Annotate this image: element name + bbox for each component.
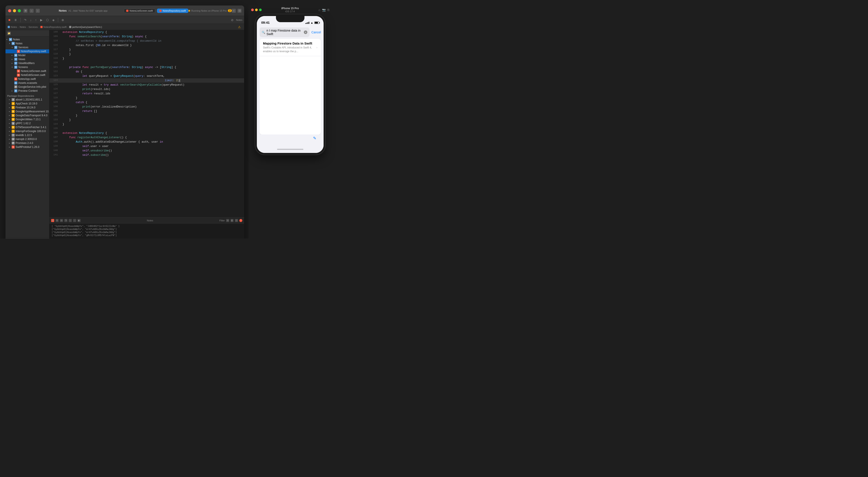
battery-icon bbox=[314, 22, 319, 24]
console-badge[interactable]: ! bbox=[239, 219, 242, 222]
bc-icon-notes bbox=[8, 26, 10, 28]
sim-toolbar: iPhone 15 Pro iOS 17.4 ⌂ 📷 ⎘ bbox=[248, 5, 332, 14]
inspector-icon[interactable]: ⊡ bbox=[238, 9, 242, 13]
pkg-item-swiftprotobuf[interactable]: ▸ S SwiftProtobuf 1.26.0 bbox=[5, 145, 49, 149]
console-pause[interactable]: ⏸ bbox=[56, 219, 59, 222]
pkg-icon: F bbox=[12, 106, 15, 109]
console-clear2[interactable]: 🗑 bbox=[230, 219, 234, 222]
sidebar-item-viewmodifiers[interactable]: ▸ V ViewModifiers bbox=[5, 61, 49, 65]
sidebar-content[interactable]: ▾ N Notes ▾ N Notes ▾ S Services S bbox=[5, 37, 49, 237]
search-clear-button[interactable]: ✕ bbox=[304, 31, 307, 34]
filter-icon[interactable]: ⊘ bbox=[230, 18, 235, 22]
sidebar-item-notes-sub[interactable]: ▾ N Notes bbox=[5, 41, 49, 45]
console-step[interactable]: ↷ bbox=[64, 219, 67, 222]
code-editor[interactable]: 108 extension NotesRepository { 109 func… bbox=[50, 30, 244, 238]
swift-icon-active bbox=[159, 10, 161, 12]
screenshot-icon[interactable]: 📷 bbox=[322, 8, 326, 12]
step-over-icon[interactable]: ↷ bbox=[23, 18, 28, 22]
step-out-icon[interactable]: ↑ bbox=[34, 18, 38, 22]
tab-noteslistscreen[interactable]: NotesListScreen.swift bbox=[124, 8, 155, 13]
bc-notesrepository[interactable]: NotesRepository.swift bbox=[43, 26, 67, 28]
sidebar-item-plist[interactable]: P GoogleService-Info.plist bbox=[5, 85, 49, 89]
sidebar-toggle-icon[interactable]: ⊞ bbox=[24, 9, 27, 13]
sim-close[interactable] bbox=[251, 8, 254, 11]
search-result-item[interactable]: Mapping Firestore Data in Swift Swift's … bbox=[259, 39, 321, 56]
console-stop[interactable]: ■ bbox=[51, 219, 54, 222]
traffic-lights bbox=[8, 9, 21, 12]
sidebar-item-screens[interactable]: ▾ S Screens bbox=[5, 65, 49, 69]
memory-icon[interactable]: ◈ bbox=[51, 18, 56, 22]
sidebar-item-model[interactable]: ▸ M Model bbox=[5, 53, 49, 57]
battery-fill bbox=[315, 22, 318, 24]
sim-minimize[interactable] bbox=[255, 8, 258, 11]
back-icon[interactable]: ‹ bbox=[30, 9, 34, 13]
pkg-item-googleapp[interactable]: ▸ G GoogleAppMeasurement 10.24.0 bbox=[5, 109, 49, 114]
bc-notes-1[interactable]: Notes bbox=[11, 26, 17, 28]
code-line-129: 129 catch { bbox=[50, 100, 244, 105]
bc-services[interactable]: Services bbox=[29, 26, 38, 28]
fullscreen-button[interactable] bbox=[18, 9, 21, 12]
pkg-item-promises[interactable]: ▸ P Promises 2.4.0 bbox=[5, 141, 49, 145]
pkg-item-firebase[interactable]: ▸ F Firebase 10.24.0 bbox=[5, 105, 49, 109]
console-filter-icon[interactable]: ⊘ bbox=[226, 219, 229, 222]
chevron-right-icon: › bbox=[316, 45, 317, 49]
console-continue[interactable]: ▶ bbox=[78, 219, 81, 222]
sidebar-item-services[interactable]: ▾ S Services bbox=[5, 45, 49, 50]
step-in-icon[interactable]: ↓ bbox=[29, 18, 33, 22]
home-sim-icon[interactable]: ⌂ bbox=[318, 8, 320, 12]
sidebar-item-noteslistscreen[interactable]: S NotesListScreen.swift bbox=[5, 69, 49, 73]
sidebar-item-assets[interactable]: A Assets.xcassets bbox=[5, 81, 49, 85]
minimize-button[interactable] bbox=[13, 9, 16, 12]
pkg-item-nanopb[interactable]: ▸ n nanopb 2.30910.0 bbox=[5, 137, 49, 141]
code-area[interactable]: 108 extension NotesRepository { 109 func… bbox=[50, 30, 244, 217]
pause-button[interactable]: ⏸ bbox=[13, 18, 18, 22]
sidebar-item-noteeditscreen[interactable]: S NoteEditScreen.swift bbox=[5, 73, 49, 77]
tab-notesrepository[interactable]: NotesRepository.swift bbox=[157, 8, 188, 13]
console-clear[interactable]: ⊘ bbox=[60, 219, 63, 222]
console-split[interactable]: ⊡ bbox=[235, 219, 238, 222]
sidebar-item-notesapp[interactable]: S NotesApp.swift bbox=[5, 77, 49, 81]
close-button[interactable] bbox=[8, 9, 11, 12]
arrow-icon: ▾ bbox=[9, 42, 12, 44]
pkg-item-grpc[interactable]: ▸ g gRPC 1.62.2 bbox=[5, 121, 49, 125]
rotate-icon[interactable]: ⎘ bbox=[328, 8, 329, 12]
sim-device-name: iPhone 15 Pro bbox=[281, 7, 299, 10]
folder-icon-viewmodifiers: V bbox=[14, 62, 17, 65]
sidebar-item-notes-root[interactable]: ▾ N Notes bbox=[5, 37, 49, 41]
pkg-icon: P bbox=[12, 141, 15, 145]
pkg-item-googletransport[interactable]: ▸ G GoogleDataTransport 9.4.0 bbox=[5, 114, 49, 117]
warning-icon[interactable]: ⚠ bbox=[237, 25, 242, 29]
swift-icon: S bbox=[14, 77, 17, 81]
console-step2[interactable]: ↓ bbox=[69, 219, 72, 222]
code-line-132: 132 } bbox=[50, 114, 244, 118]
stop-button[interactable]: ■ bbox=[7, 18, 12, 22]
code-line-118: 118 } bbox=[50, 52, 244, 56]
code-line-130: 130 print(error.localizedDescription) bbox=[50, 105, 244, 109]
search-cancel-button[interactable]: Cancel bbox=[311, 31, 321, 34]
search-bar-container: 🔍 n I map Firestone data in Swift ✕ Canc… bbox=[257, 26, 323, 39]
pkg-icon: G bbox=[12, 118, 15, 121]
sim-fullscreen[interactable] bbox=[259, 8, 262, 11]
sidebar-item-preview[interactable]: ▸ P Preview Content bbox=[5, 89, 49, 93]
compose-icon[interactable]: ✎ bbox=[313, 136, 319, 142]
console-step3[interactable]: ↑ bbox=[73, 219, 76, 222]
sidebar-item-views[interactable]: ▸ V Views bbox=[5, 57, 49, 61]
code-table: 108 extension NotesRepository { 109 func… bbox=[50, 30, 244, 157]
pkg-item-leveldb[interactable]: ▸ l leveldb 1.22.5 bbox=[5, 133, 49, 137]
continue-icon[interactable]: ▶ bbox=[39, 18, 44, 22]
forward-icon[interactable]: › bbox=[36, 9, 40, 13]
pkg-item-appcheck[interactable]: ▸ A AppCheck 10.19.0 bbox=[5, 102, 49, 105]
pkg-item-googleutils[interactable]: ▸ G GoogleUtilities 7.13.1 bbox=[5, 117, 49, 121]
debug-icon[interactable]: ⬡ bbox=[45, 18, 50, 22]
simulate-icon[interactable]: ⊕ bbox=[60, 18, 65, 22]
add-icon[interactable]: + bbox=[232, 9, 236, 13]
pkg-icon: A bbox=[12, 102, 15, 105]
pkg-item-abseil[interactable]: ▸ a abseil 1.2024011601.1 bbox=[5, 98, 49, 102]
pkg-item-interop[interactable]: ▸ I InteropForGoogle 100.0.0 bbox=[5, 129, 49, 133]
search-field[interactable]: 🔍 n I map Firestone data in Swift ✕ bbox=[259, 27, 310, 37]
bc-notes-2[interactable]: Notes bbox=[20, 26, 26, 28]
pkg-item-gtm[interactable]: ▸ G GTMSessionFetcher 3.4.1 bbox=[5, 125, 49, 129]
bc-perform-query[interactable]: performQuery(searchTerm:) bbox=[72, 26, 102, 28]
bar2 bbox=[306, 23, 307, 24]
sidebar-item-notesrepository[interactable]: S NotesRepository.swift bbox=[5, 50, 49, 53]
